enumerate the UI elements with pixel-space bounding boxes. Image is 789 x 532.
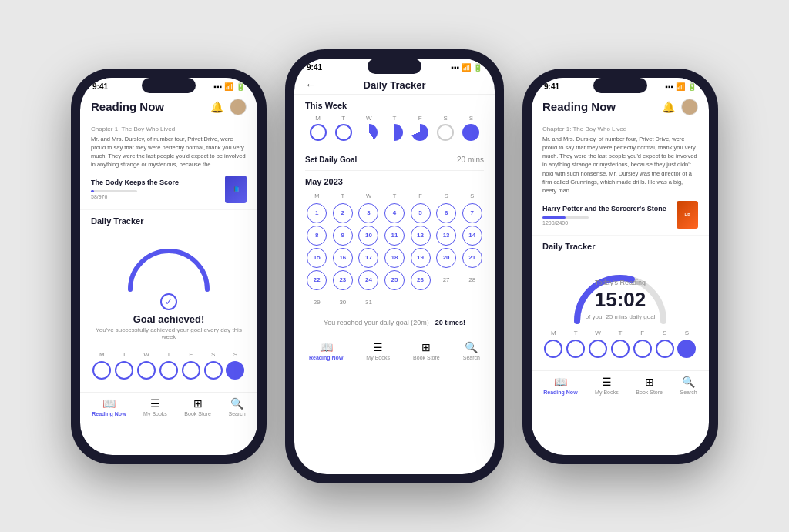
cal-day-2[interactable]: 2 bbox=[333, 203, 353, 223]
cal-day-23[interactable]: 23 bbox=[333, 270, 353, 290]
nav-reading-label-3: Reading Now bbox=[543, 390, 577, 395]
cal-day-13[interactable]: 13 bbox=[436, 226, 456, 246]
goal-check-icon-1: ✓ bbox=[160, 293, 177, 310]
week-circle-T2 bbox=[159, 361, 178, 380]
cal-day-20[interactable]: 20 bbox=[436, 248, 456, 268]
avatar-1[interactable] bbox=[230, 99, 247, 115]
set-daily-goal-row[interactable]: Set Daily Goal 20 mins bbox=[305, 149, 484, 171]
nav-my-books-3[interactable]: ☰ My Books bbox=[595, 376, 619, 395]
cal-day-11[interactable]: 11 bbox=[384, 226, 405, 246]
avatar-3[interactable] bbox=[681, 99, 698, 115]
nav-store-label-2: Book Store bbox=[413, 355, 440, 360]
cal-day-31[interactable]: 31 bbox=[358, 293, 378, 313]
cal-day-8[interactable]: 8 bbox=[307, 226, 327, 246]
cal-day-5[interactable]: 5 bbox=[411, 203, 431, 223]
week-row-1: M T W T bbox=[91, 345, 247, 386]
nav-search-1[interactable]: 🔍 Search bbox=[229, 397, 246, 417]
timer-time-3: 15:02 bbox=[586, 288, 656, 312]
nav-reading-now-1[interactable]: 📖 Reading Now bbox=[92, 397, 126, 417]
cal-day-26[interactable]: 26 bbox=[411, 270, 431, 290]
back-button-2[interactable]: ← bbox=[305, 79, 316, 91]
phone-1: 9:41 ▪▪▪ 📶 🔋 Reading Now 🔔 bbox=[71, 69, 267, 464]
nav-my-books-1[interactable]: ☰ My Books bbox=[143, 397, 167, 417]
cal-day-21[interactable]: 21 bbox=[462, 248, 482, 268]
nav-book-store-2[interactable]: ⊞ Book Store bbox=[413, 341, 440, 360]
nav-store-icon-1: ⊞ bbox=[193, 397, 203, 410]
page-title-2: Daily Tracker bbox=[364, 79, 426, 91]
week-circle-3-T1 bbox=[566, 340, 585, 358]
cal-day-24[interactable]: 24 bbox=[358, 270, 378, 290]
nav-book-store-3[interactable]: ⊞ Book Store bbox=[636, 376, 663, 395]
nav-reading-label-1: Reading Now bbox=[92, 411, 126, 417]
nav-search-3[interactable]: 🔍 Search bbox=[680, 376, 697, 395]
bell-icon-1[interactable]: 🔔 bbox=[210, 101, 223, 113]
cal-day-3[interactable]: 3 bbox=[358, 203, 378, 223]
week-day-W: W bbox=[137, 351, 156, 380]
this-week-row-2: M T W T bbox=[305, 115, 484, 141]
cal-day-4[interactable]: 4 bbox=[384, 203, 405, 223]
cal-day-16[interactable]: 16 bbox=[333, 248, 353, 268]
cal-day-29[interactable]: 29 bbox=[307, 293, 327, 313]
cal-day-12[interactable]: 12 bbox=[411, 226, 431, 246]
timer-label-3: Today's Reading bbox=[586, 279, 656, 286]
nav-reading-icon-1: 📖 bbox=[102, 397, 116, 410]
week-circle-3-Su bbox=[677, 340, 696, 358]
cal-day-empty3 bbox=[436, 293, 456, 313]
cal-day-25[interactable]: 25 bbox=[384, 270, 405, 290]
screen-3: Reading Now 🔔 Chapter 1: The Boy Who Liv… bbox=[532, 92, 709, 445]
cal-day-6[interactable]: 6 bbox=[436, 203, 456, 223]
cal-day-9[interactable]: 9 bbox=[333, 226, 353, 246]
nav-search-icon-1: 🔍 bbox=[230, 397, 243, 410]
nav-reading-now-3[interactable]: 📖 Reading Now bbox=[543, 376, 577, 395]
nav-store-label-1: Book Store bbox=[184, 411, 211, 417]
reading-now-header-1: Reading Now 🔔 bbox=[80, 92, 257, 119]
nav-search-label-2: Search bbox=[463, 355, 480, 360]
wc-M: M bbox=[310, 115, 327, 141]
status-time-2: 9:41 bbox=[307, 63, 322, 72]
book-cover-1: 📘 bbox=[225, 176, 247, 203]
week-day-3-F: F bbox=[633, 330, 652, 358]
cal-day-30[interactable]: 30 bbox=[333, 293, 353, 313]
week-day-3-W: W bbox=[589, 330, 607, 358]
signal-icon: ▪▪▪ bbox=[213, 82, 222, 91]
cal-day-18[interactable]: 18 bbox=[384, 248, 405, 268]
nav-book-store-1[interactable]: ⊞ Book Store bbox=[184, 397, 211, 417]
cal-day-7[interactable]: 7 bbox=[462, 203, 482, 223]
week-circle-3-S bbox=[656, 340, 674, 358]
this-week-title-2: This Week bbox=[305, 101, 484, 110]
cal-day-1[interactable]: 1 bbox=[307, 203, 327, 223]
cal-day-27[interactable]: 27 bbox=[436, 270, 456, 290]
week-circle-3-M bbox=[544, 340, 562, 358]
progress-wrap-1: 58/976 bbox=[91, 190, 179, 199]
cal-day-14[interactable]: 14 bbox=[462, 226, 482, 246]
cal-day-28[interactable]: 28 bbox=[462, 270, 482, 290]
calendar-section-2: This Week M T W bbox=[294, 95, 495, 336]
cal-day-10[interactable]: 10 bbox=[358, 226, 378, 246]
week-circle-M bbox=[92, 361, 111, 380]
cal-day-17[interactable]: 17 bbox=[358, 248, 378, 268]
nav-books-label-3: My Books bbox=[595, 390, 619, 395]
nav-search-2[interactable]: 🔍 Search bbox=[463, 341, 480, 360]
week-day-3-M: M bbox=[544, 330, 562, 358]
goal-value: 20 mins bbox=[457, 156, 484, 164]
nav-reading-now-2[interactable]: 📖 Reading Now bbox=[309, 341, 343, 360]
week-circle-Su bbox=[226, 361, 244, 380]
book-info-row-3: Harry Potter and the Sorcerer's Stone 12… bbox=[542, 201, 698, 229]
book-section-1: Chapter 1: The Boy Who Lived Mr. and Mrs… bbox=[80, 119, 257, 210]
daily-tracker-header-2: ← Daily Tracker bbox=[294, 73, 495, 95]
cal-day-19[interactable]: 19 bbox=[411, 248, 431, 268]
nav-books-label-1: My Books bbox=[143, 411, 167, 417]
book-section-3: Chapter 1: The Boy Who Lived Mr. and Mrs… bbox=[532, 119, 709, 236]
wc-circle-F bbox=[411, 124, 428, 141]
daily-tracker-title-1: Daily Tracker bbox=[91, 216, 247, 226]
cal-day-empty4 bbox=[462, 293, 482, 313]
nav-my-books-2[interactable]: ☰ My Books bbox=[366, 341, 390, 360]
progress-text-1: 58/976 bbox=[91, 194, 179, 199]
nav-store-icon-3: ⊞ bbox=[645, 376, 654, 388]
status-time-3: 9:41 bbox=[544, 82, 559, 91]
cal-day-15[interactable]: 15 bbox=[307, 248, 327, 268]
bell-icon-3[interactable]: 🔔 bbox=[662, 101, 675, 113]
cal-day-22[interactable]: 22 bbox=[307, 270, 327, 290]
wc-W: W bbox=[361, 115, 378, 141]
progress-wrap-3: 1200/2400 bbox=[542, 216, 666, 226]
